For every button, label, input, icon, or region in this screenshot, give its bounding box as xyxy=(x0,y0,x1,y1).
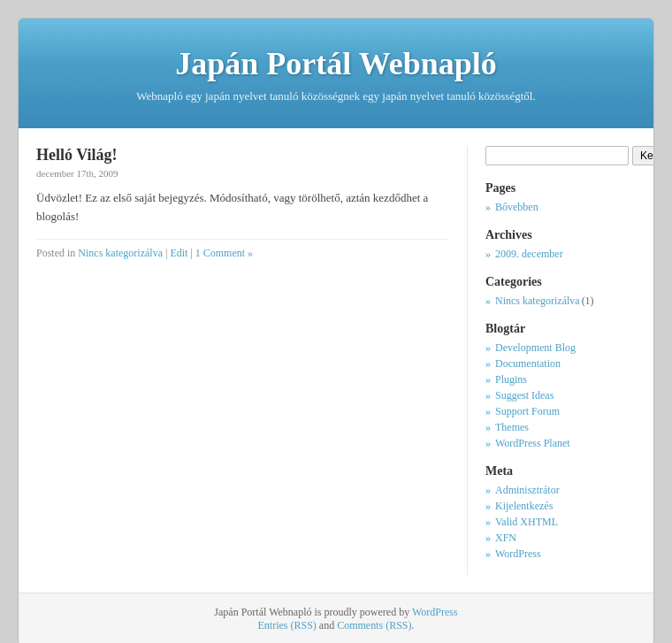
categories-item-link[interactable]: Nincs kategorizálva xyxy=(495,295,580,308)
main-content: Helló Világ! december 17th, 2009 Üdvözle… xyxy=(36,146,449,575)
meta-item-4[interactable]: WordPress xyxy=(495,547,541,561)
post-comment-link[interactable]: 1 Comment » xyxy=(195,247,253,259)
list-item: XFN xyxy=(485,532,636,545)
list-item: Nincs kategorizálva (1) xyxy=(485,295,636,308)
widget-meta-list: Adminisztrátor Kijelentkezés Valid XHTML… xyxy=(485,484,636,561)
widget-categories-title: Categories xyxy=(485,275,636,289)
blogtar-item-4[interactable]: Support Forum xyxy=(495,405,560,418)
footer-dot: . xyxy=(412,619,415,632)
post-edit-link[interactable]: Edit xyxy=(170,247,187,259)
search-box: Keresés xyxy=(485,146,636,165)
site-subtitle: Webnapló egy japán nyelvet tanuló közöss… xyxy=(36,89,636,103)
list-item: Support Forum xyxy=(485,405,636,418)
list-item: Plugins xyxy=(485,373,636,387)
post-category-link[interactable]: Nincs kategorizálva xyxy=(78,247,163,259)
footer-entries-link[interactable]: Entries (RSS) xyxy=(257,619,316,632)
list-item: Valid XHTML xyxy=(485,516,636,529)
widget-blogtar-title: Blogtár xyxy=(485,322,636,336)
footer-wordpress-link[interactable]: WordPress xyxy=(412,606,458,618)
widget-meta-title: Meta xyxy=(485,464,636,478)
list-item: Themes xyxy=(485,421,636,434)
meta-item-1[interactable]: Kijelentkezés xyxy=(495,500,553,513)
blogtar-item-0[interactable]: Development Blog xyxy=(495,341,576,355)
widget-meta: Meta Adminisztrátor Kijelentkezés Valid … xyxy=(485,464,636,561)
pages-item-link[interactable]: Bővebben xyxy=(495,201,538,214)
list-item: Development Blog xyxy=(485,341,636,355)
widget-blogtar: Blogtár Development Blog Documentation P… xyxy=(485,322,636,450)
site-footer: Japán Portál Webnapló is proudly powered… xyxy=(19,593,653,643)
site-title: Japán Portál Webnapló xyxy=(36,45,636,82)
post-date: december 17th, 2009 xyxy=(36,168,449,179)
archives-item-link[interactable]: 2009. december xyxy=(495,248,563,261)
footer-comments-link[interactable]: Comments (RSS) xyxy=(337,619,411,632)
blogtar-item-5[interactable]: Themes xyxy=(495,421,529,434)
categories-item-count: (1) xyxy=(582,295,594,308)
meta-item-3[interactable]: XFN xyxy=(495,532,516,545)
post-footer-prefix: Posted in xyxy=(36,247,75,259)
list-item: Kijelentkezés xyxy=(485,500,636,513)
blogtar-item-6[interactable]: WordPress Planet xyxy=(495,437,570,450)
widget-pages: Pages Bővebben xyxy=(485,181,636,214)
post-body: Üdvözlet! Ez az első saját bejegyzés. Mó… xyxy=(36,189,449,226)
list-item: Bővebben xyxy=(485,201,636,214)
search-input[interactable] xyxy=(485,146,629,165)
blogtar-item-3[interactable]: Suggest Ideas xyxy=(495,389,554,402)
search-button[interactable]: Keresés xyxy=(632,146,654,165)
list-item: Suggest Ideas xyxy=(485,389,636,402)
widget-categories: Categories Nincs kategorizálva (1) xyxy=(485,275,636,308)
meta-item-2[interactable]: Valid XHTML xyxy=(495,516,558,529)
site-header: Japán Portál Webnapló Webnapló egy japán… xyxy=(19,19,653,128)
page-wrapper: Japán Portál Webnapló Webnapló egy japán… xyxy=(18,18,654,643)
widget-archives: Archives 2009. december xyxy=(485,228,636,261)
widget-blogtar-list: Development Blog Documentation Plugins S… xyxy=(485,341,636,450)
list-item: Documentation xyxy=(485,357,636,371)
list-item: WordPress xyxy=(485,547,636,561)
blogtar-item-2[interactable]: Plugins xyxy=(495,373,527,387)
post-title: Helló Világ! xyxy=(36,146,449,165)
widget-pages-title: Pages xyxy=(485,181,636,195)
post: Helló Világ! december 17th, 2009 Üdvözle… xyxy=(36,146,449,260)
list-item: WordPress Planet xyxy=(485,437,636,450)
widget-archives-title: Archives xyxy=(485,228,636,242)
footer-and: and xyxy=(319,619,334,632)
widget-categories-list: Nincs kategorizálva (1) xyxy=(485,295,636,308)
sidebar: Keresés Pages Bővebben Archives 2009. de… xyxy=(485,146,636,575)
widget-archives-list: 2009. december xyxy=(485,248,636,261)
widget-pages-list: Bővebben xyxy=(485,201,636,214)
sidebar-divider xyxy=(467,146,468,575)
footer-text-before: Japán Portál Webnapló is proudly powered… xyxy=(214,606,409,618)
list-item: 2009. december xyxy=(485,248,636,261)
meta-item-0[interactable]: Adminisztrátor xyxy=(495,484,560,497)
blogtar-item-1[interactable]: Documentation xyxy=(495,357,561,371)
post-footer: Posted in Nincs kategorizálva | Edit | 1… xyxy=(36,239,449,260)
content-wrapper: Helló Világ! december 17th, 2009 Üdvözle… xyxy=(19,128,653,593)
list-item: Adminisztrátor xyxy=(485,484,636,497)
